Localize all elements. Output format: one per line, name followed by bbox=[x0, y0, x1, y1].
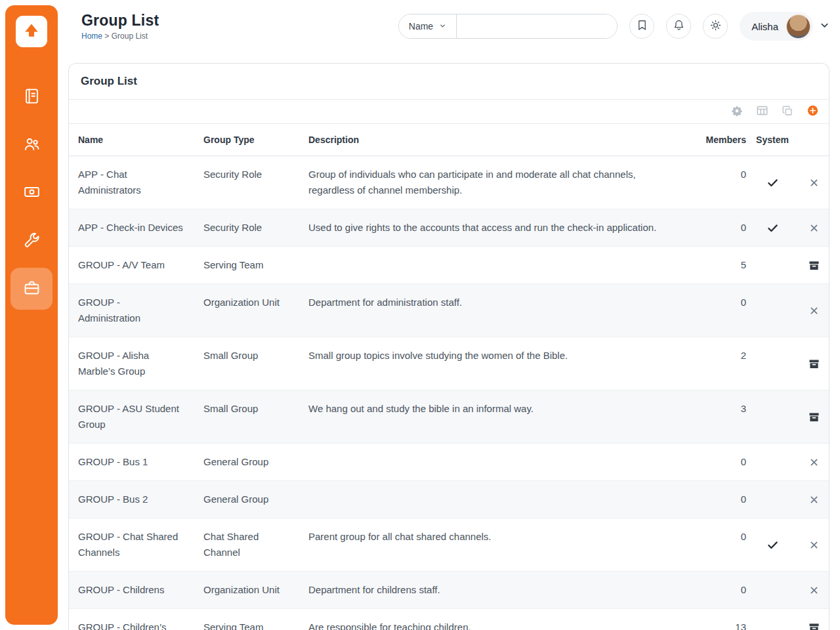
search-input[interactable] bbox=[457, 14, 617, 38]
group-description-cell bbox=[308, 481, 694, 518]
group-name-cell[interactable]: GROUP - A/V Team bbox=[69, 247, 203, 284]
table-row[interactable]: GROUP - ASU Student Group Small Group We… bbox=[69, 390, 829, 444]
table-row[interactable]: APP - Chat Administrators Security Role … bbox=[69, 156, 829, 209]
user-menu[interactable]: Alisha bbox=[740, 12, 830, 41]
group-name-cell[interactable]: GROUP - Childrens bbox=[69, 572, 203, 608]
column-header-name[interactable]: Name bbox=[69, 124, 203, 156]
user-avatar bbox=[786, 14, 810, 39]
row-action-cell[interactable] bbox=[799, 572, 829, 608]
title-block: Group List Home > Group List bbox=[81, 12, 159, 41]
grid-toolbar bbox=[69, 100, 829, 124]
sidebar-item-work[interactable] bbox=[10, 268, 52, 310]
add-group-button[interactable] bbox=[807, 105, 818, 118]
group-members-cell: 0 bbox=[694, 444, 746, 480]
group-type-cell: General Group bbox=[203, 481, 308, 518]
delete-icon bbox=[810, 307, 818, 314]
topbar: Group List Home > Group List Name bbox=[63, 0, 840, 52]
grid-settings-button[interactable] bbox=[732, 106, 742, 118]
archive-icon bbox=[809, 623, 819, 630]
app-sidebar bbox=[5, 5, 58, 625]
table-row[interactable]: GROUP - A/V Team Serving Team 5 bbox=[69, 247, 829, 284]
briefcase-icon bbox=[23, 279, 41, 299]
user-chip: Alisha bbox=[740, 12, 813, 41]
system-flag-cell bbox=[746, 481, 799, 518]
breadcrumb-separator: > bbox=[104, 32, 109, 41]
table-row[interactable]: GROUP - Administration Organization Unit… bbox=[69, 284, 829, 337]
table-row[interactable]: GROUP - Alisha Marble’s Group Small Grou… bbox=[69, 337, 829, 390]
system-flag-cell bbox=[746, 337, 799, 390]
group-description-cell: Department for administration staff. bbox=[308, 284, 694, 337]
row-action-cell[interactable] bbox=[799, 284, 829, 337]
table-row[interactable]: GROUP - Bus 2 General Group 0 bbox=[69, 481, 829, 518]
group-name-cell[interactable]: APP - Chat Administrators bbox=[69, 156, 203, 209]
sidebar-item-finance[interactable] bbox=[10, 172, 52, 214]
group-name-cell[interactable]: GROUP - Bus 1 bbox=[69, 444, 203, 480]
check-icon bbox=[767, 177, 778, 188]
delete-icon bbox=[810, 541, 818, 549]
system-flag-cell bbox=[746, 390, 799, 443]
group-name-cell[interactable]: APP - Check-in Devices bbox=[69, 209, 203, 246]
column-header-members[interactable]: Members bbox=[694, 124, 746, 156]
group-description-cell: Group of individuals who can participate… bbox=[308, 156, 694, 209]
group-members-cell: 2 bbox=[694, 337, 746, 390]
system-flag-cell bbox=[746, 284, 799, 337]
table-row[interactable]: GROUP - Childrens Organization Unit Depa… bbox=[69, 572, 829, 609]
group-type-cell: Security Role bbox=[203, 156, 308, 209]
search-filter-button[interactable]: Name bbox=[399, 14, 457, 38]
row-action-cell[interactable] bbox=[799, 390, 829, 443]
column-header-group-type[interactable]: Group Type bbox=[203, 124, 308, 156]
sidebar-item-journal[interactable] bbox=[10, 76, 52, 118]
system-flag-cell bbox=[746, 518, 799, 571]
check-icon bbox=[767, 222, 778, 234]
sidebar-item-tools[interactable] bbox=[10, 220, 52, 262]
table-row[interactable]: GROUP - Bus 1 General Group 0 bbox=[69, 444, 829, 481]
panel-title: Group List bbox=[81, 75, 137, 87]
copy-button[interactable] bbox=[782, 106, 793, 118]
theme-button[interactable] bbox=[703, 14, 728, 39]
row-action-cell[interactable] bbox=[799, 156, 829, 209]
sidebar-item-people[interactable] bbox=[10, 124, 52, 166]
sidebar-nav bbox=[10, 76, 52, 310]
table-row[interactable]: APP - Check-in Devices Security Role Use… bbox=[69, 209, 829, 247]
group-description-cell: We hang out and study the bible in an in… bbox=[308, 390, 694, 443]
notifications-button[interactable] bbox=[666, 14, 691, 39]
column-header-description[interactable]: Description bbox=[308, 124, 694, 156]
row-action-cell[interactable] bbox=[799, 609, 829, 630]
column-header-actions bbox=[799, 124, 829, 156]
people-icon bbox=[23, 135, 41, 156]
table-row[interactable]: GROUP - Chat Shared Channels Chat Shared… bbox=[69, 518, 829, 572]
group-description-cell: Parent group for all chat shared channel… bbox=[308, 518, 694, 571]
money-bill-icon bbox=[23, 183, 41, 203]
row-action-cell[interactable] bbox=[799, 518, 829, 571]
group-description-cell: Used to give rights to the accounts that… bbox=[308, 209, 694, 246]
app-logo[interactable] bbox=[16, 16, 47, 47]
group-name-cell[interactable]: GROUP - Chat Shared Channels bbox=[69, 518, 203, 571]
delete-icon bbox=[810, 179, 818, 186]
grid-columns-button[interactable] bbox=[757, 105, 768, 118]
bookmarks-button[interactable] bbox=[629, 14, 654, 39]
group-members-cell: 0 bbox=[694, 284, 746, 337]
panel-header: Group List bbox=[69, 64, 829, 100]
group-name-cell[interactable]: GROUP - Children’s bbox=[69, 609, 203, 630]
group-members-cell: 0 bbox=[694, 518, 746, 571]
group-name-cell[interactable]: GROUP - Bus 2 bbox=[69, 481, 203, 518]
breadcrumb-home-link[interactable]: Home bbox=[81, 32, 102, 41]
row-action-cell[interactable] bbox=[799, 247, 829, 284]
group-name-cell[interactable]: GROUP - ASU Student Group bbox=[69, 390, 203, 443]
row-action-cell[interactable] bbox=[799, 337, 829, 390]
row-action-cell[interactable] bbox=[799, 209, 829, 246]
group-type-cell: Small Group bbox=[203, 390, 308, 443]
row-action-cell[interactable] bbox=[799, 444, 829, 480]
rock-logo-icon bbox=[23, 22, 40, 41]
table-row[interactable]: GROUP - Children’s Serving Team Are resp… bbox=[69, 609, 829, 630]
group-name-cell[interactable]: GROUP - Administration bbox=[69, 284, 203, 337]
archive-icon bbox=[809, 359, 819, 369]
group-name-cell[interactable]: GROUP - Alisha Marble’s Group bbox=[69, 337, 203, 390]
column-header-system[interactable]: System bbox=[746, 124, 799, 156]
add-icon bbox=[807, 105, 818, 118]
row-action-cell[interactable] bbox=[799, 481, 829, 518]
system-flag-cell bbox=[746, 609, 799, 630]
caret-down-icon bbox=[439, 21, 446, 32]
system-flag-cell bbox=[746, 156, 799, 209]
group-type-cell: Security Role bbox=[203, 209, 308, 246]
